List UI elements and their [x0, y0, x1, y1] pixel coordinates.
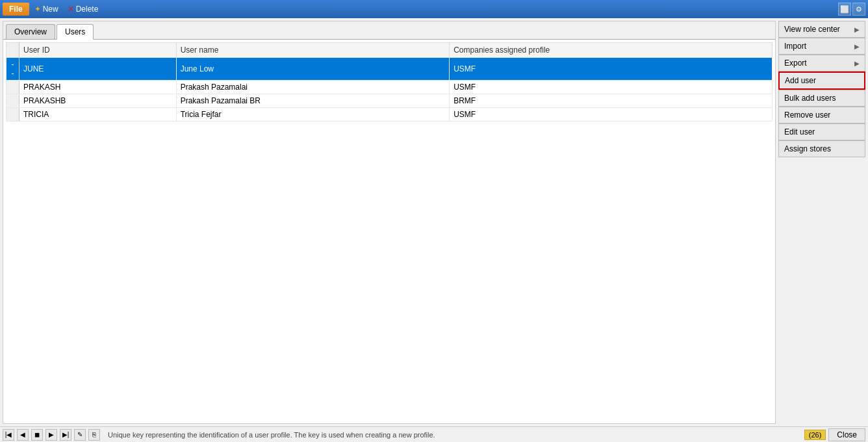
- table-container: User ID User name Companies assigned pro…: [3, 40, 775, 423]
- nav-edit-button[interactable]: ✎: [74, 429, 86, 441]
- row-indicator: --: [6, 58, 19, 81]
- view-role-center-label: View role center: [784, 25, 840, 34]
- status-bar: |◀ ◀ ◼ ▶ ▶| ✎ ⎘ Unique key representing …: [0, 426, 868, 442]
- title-bar-icons: ⬜ ⚙: [838, 3, 865, 16]
- tab-overview[interactable]: Overview: [6, 24, 55, 39]
- table-row[interactable]: --JUNEJune LowUSMF: [6, 58, 772, 81]
- table-header-row: User ID User name Companies assigned pro…: [6, 43, 772, 58]
- view-role-center-button[interactable]: View role center▶: [778, 21, 865, 38]
- export-button[interactable]: Export▶: [778, 55, 865, 72]
- close-button[interactable]: Close: [828, 428, 865, 441]
- col-header-indicator: [6, 43, 19, 58]
- row-indicator: [6, 108, 19, 122]
- file-menu-button[interactable]: File: [3, 3, 29, 16]
- assign-stores-button[interactable]: Assign stores: [778, 140, 865, 157]
- assign-stores-label: Assign stores: [784, 144, 831, 153]
- col-header-companies: Companies assigned profile: [450, 43, 772, 58]
- table-row[interactable]: PRAKASHPrakash PazamalaiUSMF: [6, 81, 772, 94]
- export-arrow-icon: ▶: [854, 60, 860, 67]
- tab-users[interactable]: Users: [57, 24, 94, 40]
- cell-companies: USMF: [450, 58, 772, 81]
- col-header-user-id: User ID: [19, 43, 177, 58]
- cell-user-name: Prakash Pazamalai: [176, 81, 450, 94]
- nav-first-button[interactable]: |◀: [3, 429, 14, 441]
- cell-user-name: Tricia Fejfar: [176, 108, 450, 122]
- cell-companies: USMF: [450, 81, 772, 94]
- table-row[interactable]: TRICIATricia FejfarUSMF: [6, 108, 772, 122]
- cell-companies: BRMF: [450, 94, 772, 108]
- nav-copy-button[interactable]: ⎘: [88, 429, 100, 441]
- left-panel: Overview Users User ID User name Compani…: [3, 21, 776, 424]
- cell-user-id: PRAKASHB: [19, 94, 177, 108]
- delete-icon: ✕: [68, 5, 74, 14]
- bulk-add-users-button[interactable]: Bulk add users: [778, 90, 865, 107]
- nav-next-button[interactable]: ▶: [45, 429, 57, 441]
- remove-user-label: Remove user: [784, 110, 830, 120]
- new-icon: ✦: [34, 5, 41, 14]
- edit-user-button[interactable]: Edit user: [778, 124, 865, 140]
- col-header-user-name: User name: [176, 43, 450, 58]
- add-user-button[interactable]: Add user: [778, 72, 865, 90]
- cell-companies: USMF: [450, 108, 772, 122]
- delete-label: Delete: [76, 5, 99, 14]
- right-panel: View role center▶Import▶Export▶Add userB…: [776, 18, 868, 426]
- delete-button[interactable]: ✕ Delete: [64, 2, 103, 16]
- row-indicator: [6, 94, 19, 108]
- edit-user-label: Edit user: [784, 127, 815, 136]
- export-label: Export: [784, 58, 807, 68]
- nav-last-button[interactable]: ▶|: [60, 429, 71, 441]
- cell-user-name: June Low: [176, 58, 450, 81]
- cell-user-name: Prakash Pazamalai BR: [176, 94, 450, 108]
- cell-user-id: TRICIA: [19, 108, 177, 122]
- tabs-bar: Overview Users: [3, 21, 775, 40]
- title-bar: File ✦ New ✕ Delete ⬜ ⚙: [0, 0, 868, 18]
- row-indicator: [6, 81, 19, 94]
- import-arrow-icon: ▶: [854, 43, 860, 50]
- remove-user-button[interactable]: Remove user: [778, 107, 865, 124]
- status-right: (26) Close: [804, 428, 865, 441]
- import-button[interactable]: Import▶: [778, 38, 865, 55]
- cell-user-id: PRAKASH: [19, 81, 177, 94]
- new-button[interactable]: ✦ New: [31, 2, 62, 16]
- view-role-center-arrow-icon: ▶: [854, 26, 860, 33]
- monitor-icon[interactable]: ⬜: [838, 3, 851, 16]
- nav-stop-button[interactable]: ◼: [31, 429, 43, 441]
- import-label: Import: [784, 42, 806, 51]
- cell-user-id: JUNE: [19, 58, 177, 81]
- table-row[interactable]: PRAKASHBPrakash Pazamalai BRBRMF: [6, 94, 772, 108]
- main-content: Overview Users User ID User name Compani…: [0, 18, 868, 426]
- add-user-label: Add user: [785, 76, 816, 85]
- bulk-add-users-label: Bulk add users: [784, 94, 836, 103]
- status-text: Unique key representing the identificati…: [103, 431, 802, 439]
- settings-icon[interactable]: ⚙: [852, 3, 865, 16]
- new-label: New: [43, 5, 58, 14]
- nav-prev-button[interactable]: ◀: [17, 429, 29, 441]
- users-table: User ID User name Companies assigned pro…: [6, 42, 772, 122]
- status-badge: (26): [804, 430, 826, 440]
